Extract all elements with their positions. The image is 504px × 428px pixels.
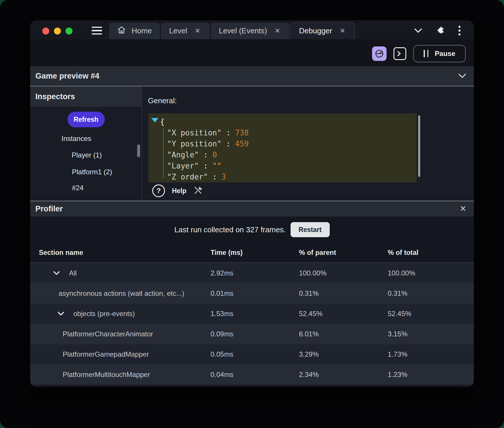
- code-line: "Y position" : 459: [167, 138, 417, 149]
- profiler-toggle-button[interactable]: [372, 46, 387, 61]
- percent-total-value: 1.23%: [388, 371, 474, 379]
- percent-total-value: 1.73%: [388, 350, 474, 358]
- profiler-status-text: Last run collected on 327 frames.: [174, 225, 286, 234]
- close-tab-icon[interactable]: ✕: [338, 26, 346, 35]
- close-tab-icon[interactable]: ✕: [273, 26, 281, 35]
- column-header-percent-parent: % of parent: [299, 249, 388, 257]
- tab-bar: Home Level ✕ Level (Events) ✕ Debugger ✕: [30, 20, 474, 39]
- menu-hamburger-icon[interactable]: [92, 27, 102, 35]
- debugger-main: Inspectors Refresh Instances Player (1) …: [30, 86, 474, 201]
- table-row: All 2.92ms 100.00% 100.00%: [30, 263, 474, 283]
- inspectors-tree: Refresh Instances Player (1) Platform1 (…: [30, 107, 142, 201]
- profiler-body: Last run collected on 327 frames. Restar…: [30, 217, 474, 387]
- tree-item-instances[interactable]: Instances: [61, 135, 91, 143]
- section-name: PlatformerCharacterAnimator: [63, 330, 153, 338]
- table-row: PlatformerMultitouchMapper 0.04ms 2.34% …: [30, 364, 474, 385]
- tree-item-player[interactable]: Player (1): [72, 151, 102, 159]
- code-line: "Angle" : 0: [167, 149, 417, 160]
- column-header-time: Time (ms): [211, 249, 299, 257]
- inspectors-title: Inspectors: [35, 92, 75, 101]
- tab-level-events[interactable]: Level (Events) ✕: [211, 23, 289, 39]
- code-line: "X position" : 738: [167, 127, 417, 138]
- chevron-down-icon[interactable]: [53, 271, 60, 275]
- time-value: 0.05ms: [211, 350, 299, 358]
- column-header-percent-total: % of total: [388, 249, 474, 257]
- console-button[interactable]: [394, 47, 406, 60]
- game-preview-header[interactable]: Game preview #4: [30, 66, 474, 86]
- percent-parent-value: 6.01%: [299, 330, 388, 338]
- percent-total-value: 0.31%: [388, 289, 474, 298]
- tab-label: Home: [132, 26, 152, 35]
- close-tab-icon[interactable]: ✕: [194, 26, 202, 35]
- code-line: "Layer" : "": [167, 160, 417, 171]
- percent-total-value: 3.15%: [388, 330, 474, 338]
- extensions-puzzle-icon[interactable]: [436, 26, 445, 35]
- tab-level[interactable]: Level ✕: [161, 23, 209, 39]
- percent-parent-value: 3.29%: [299, 350, 388, 358]
- time-value: 0.04ms: [211, 371, 299, 379]
- tree-item-platform1[interactable]: Platform1 (2): [72, 168, 112, 176]
- close-icon[interactable]: ✕: [460, 205, 466, 213]
- time-value: 1.53ms: [211, 310, 299, 318]
- table-row: asynchronous actions (wait action, etc..…: [30, 283, 474, 304]
- chevron-down-icon[interactable]: [414, 28, 423, 34]
- maximize-window-button[interactable]: [66, 28, 72, 35]
- tab-debugger[interactable]: Debugger ✕: [291, 22, 355, 39]
- inspectors-header: Inspectors: [30, 86, 142, 107]
- profiler-title: Profiler: [35, 204, 63, 213]
- code-line: "Z order" : 3: [167, 171, 417, 182]
- profiler-table-header: Section name Time (ms) % of parent % of …: [30, 243, 474, 263]
- profiler-header: Profiler ✕: [30, 201, 474, 217]
- chevron-down-icon[interactable]: [458, 73, 467, 79]
- section-name: All: [69, 269, 77, 277]
- kebab-menu-icon[interactable]: [458, 26, 461, 35]
- restart-button[interactable]: Restart: [291, 222, 330, 237]
- tab-label: Debugger: [299, 26, 332, 35]
- home-icon: [117, 26, 126, 36]
- scrollbar-thumb[interactable]: [137, 144, 140, 157]
- gauge-icon: [375, 49, 384, 58]
- percent-parent-value: 100.00%: [299, 269, 388, 277]
- section-name: objects (pre-events): [73, 310, 135, 318]
- pause-label: Pause: [435, 50, 455, 58]
- percent-parent-value: 0.31%: [299, 289, 388, 298]
- pause-icon: [424, 50, 428, 57]
- tree-item-instance-24[interactable]: #24: [72, 184, 84, 192]
- profiler-status-row: Last run collected on 327 frames. Restar…: [30, 217, 474, 243]
- chevron-right-icon: [397, 51, 401, 57]
- json-code-view: { "X position" : 738 "Y position" : 459 …: [148, 113, 417, 182]
- scrollbar-thumb[interactable]: [418, 115, 420, 177]
- percent-parent-value: 52.45%: [299, 310, 388, 318]
- tab-home[interactable]: Home: [109, 23, 160, 39]
- help-icon[interactable]: ?: [152, 184, 165, 197]
- section-name: PlatformerMultitouchMapper: [63, 371, 150, 379]
- collapse-triangle-icon[interactable]: [151, 118, 158, 122]
- tab-label: Level (Events): [219, 26, 267, 35]
- help-link[interactable]: Help: [172, 187, 186, 195]
- minimize-window-button[interactable]: [54, 28, 61, 35]
- percent-total-value: 52.45%: [388, 310, 474, 318]
- tab-label: Level: [169, 26, 187, 35]
- pause-button[interactable]: Pause: [413, 45, 466, 62]
- refresh-button[interactable]: Refresh: [68, 112, 105, 127]
- time-value: 2.92ms: [211, 269, 299, 277]
- debugger-window: Home Level ✕ Level (Events) ✕ Debugger ✕: [30, 20, 474, 387]
- chevron-down-icon[interactable]: [57, 311, 65, 316]
- percent-total-value: 100.00%: [388, 269, 474, 277]
- percent-parent-value: 2.34%: [299, 371, 388, 379]
- table-row: PlatformerGamepadMapper 0.05ms 3.29% 1.7…: [30, 344, 474, 364]
- table-row: PlatformerCharacterAnimator 0.09ms 6.01%…: [30, 324, 474, 344]
- column-header-section: Section name: [39, 249, 211, 257]
- tab-bar-actions: [414, 26, 461, 35]
- pin-disabled-icon[interactable]: [194, 185, 203, 196]
- table-row: objects (pre-events) 1.53ms 52.45% 52.45…: [30, 304, 474, 324]
- section-name: asynchronous actions (wait action, etc..…: [59, 289, 184, 298]
- debugger-toolbar: Pause: [30, 39, 474, 66]
- game-preview-title: Game preview #4: [35, 72, 99, 81]
- close-window-button[interactable]: [42, 28, 49, 35]
- general-title: General:: [148, 96, 177, 105]
- section-name: PlatformerGamepadMapper: [63, 350, 149, 358]
- window-controls: [42, 28, 72, 35]
- help-row: ? Help: [152, 184, 203, 197]
- general-panel: General: { "X position" : 738 "Y positio…: [142, 86, 474, 201]
